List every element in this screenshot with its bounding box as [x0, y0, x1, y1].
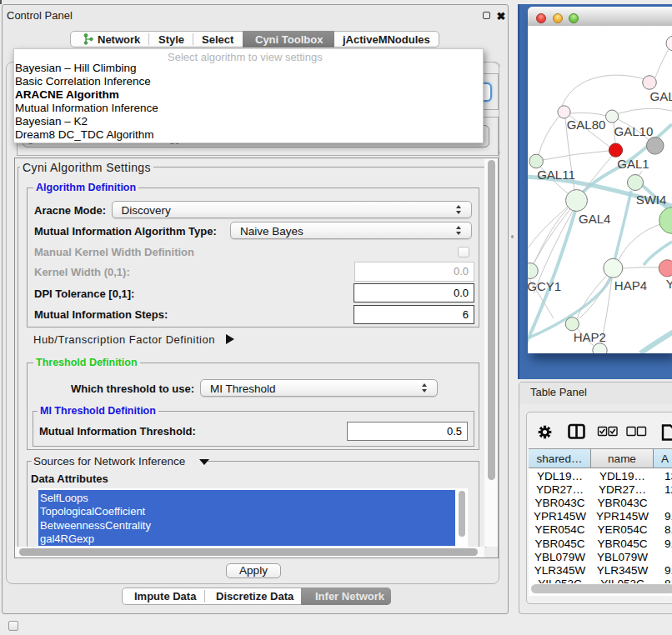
svg-text:HAP2: HAP2 — [574, 330, 606, 344]
svg-text:GAL1: GAL1 — [617, 157, 649, 171]
svg-text:GAL4: GAL4 — [579, 212, 610, 226]
svg-text:GCY1: GCY1 — [528, 279, 561, 293]
svg-text:SWI4: SWI4 — [636, 192, 667, 207]
svg-text:Y: Y — [666, 277, 672, 291]
svg-text:GAL11: GAL11 — [537, 168, 575, 182]
svg-text:GAL: GAL — [650, 89, 672, 103]
svg-text:GAL80: GAL80 — [567, 118, 606, 132]
svg-text:HAP4: HAP4 — [614, 278, 647, 292]
svg-text:GAL10: GAL10 — [614, 124, 654, 138]
